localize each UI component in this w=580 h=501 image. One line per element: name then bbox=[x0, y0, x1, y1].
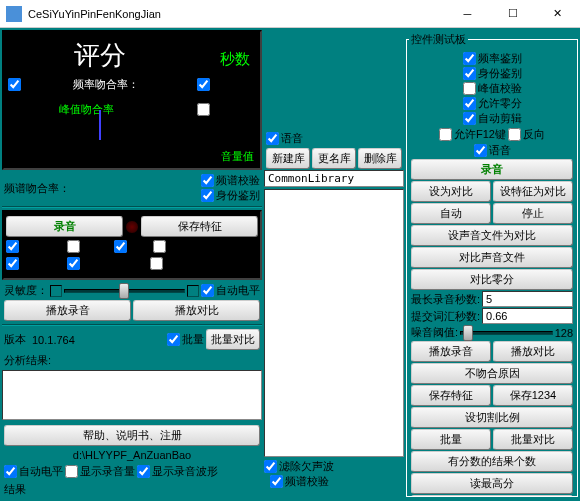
peak-check-checkbox[interactable]: 峰值校验 bbox=[197, 102, 256, 117]
test-board-fieldset: 控件测试板 频率鉴别 身份鉴别 峰值校验 允许零分 自动剪辑 允许F12键 反向… bbox=[406, 32, 578, 497]
tb-auto-trim-checkbox[interactable]: 自动剪辑 bbox=[463, 111, 522, 126]
tb-record-button[interactable]: 录音 bbox=[411, 159, 573, 180]
tb-cmp-snd-file-button[interactable]: 对比声音文件 bbox=[411, 247, 573, 268]
tb-no-match-reason-button[interactable]: 不吻合原因 bbox=[411, 363, 573, 384]
waveform-line bbox=[99, 110, 101, 140]
save-feature-button[interactable]: 保存特征 bbox=[141, 216, 258, 237]
bottom-show-vol-checkbox[interactable]: 显示录音量 bbox=[65, 464, 135, 479]
tb-noise-thresh-label: 噪音阈值: bbox=[411, 325, 458, 340]
rename-lib-button[interactable]: 更名库 bbox=[312, 148, 356, 169]
analysis-label: 分析结果: bbox=[2, 351, 262, 370]
titlebar-text: CeSiYuYinPinFenKongJian bbox=[28, 8, 445, 20]
batch-checkbox[interactable]: 批量 bbox=[167, 332, 204, 347]
tb-stop-button[interactable]: 停止 bbox=[493, 203, 573, 224]
play-record-button[interactable]: 播放录音 bbox=[4, 300, 131, 321]
right-column: 控件测试板 频率鉴别 身份鉴别 峰值校验 允许零分 自动剪辑 允许F12键 反向… bbox=[406, 30, 578, 499]
maximize-button[interactable]: ☐ bbox=[490, 0, 535, 28]
library-list[interactable] bbox=[264, 189, 404, 457]
sensitivity-right-icon[interactable] bbox=[187, 285, 199, 297]
tb-cmp-zero-button[interactable]: 对比零分 bbox=[411, 269, 573, 290]
bottom-auto-level-checkbox[interactable]: 自动电平 bbox=[4, 464, 63, 479]
tb-submit-sec-label: 提交词汇秒数: bbox=[411, 309, 480, 324]
version-label: 版本 bbox=[4, 332, 26, 347]
spectrum-match-label: 频谱吻合率： bbox=[4, 181, 70, 196]
spectrum-check-checkbox[interactable]: 频谱校验 bbox=[201, 173, 260, 188]
tb-max-rec-sec-label: 最长录音秒数: bbox=[411, 292, 480, 307]
batch-compare-button[interactable]: 批量对比 bbox=[206, 329, 260, 350]
show-wave-checkbox[interactable]: 显示录音波形 bbox=[67, 256, 148, 271]
auto-resp-checkbox[interactable]: 自动响应 bbox=[6, 256, 65, 271]
tb-set-cmp-button[interactable]: 设为对比 bbox=[411, 181, 491, 202]
tb-save-feat-button[interactable]: 保存特征 bbox=[411, 385, 491, 406]
tb-read-top-button[interactable]: 读最高分 bbox=[411, 473, 573, 494]
tb-freq-discrim-checkbox[interactable]: 频率鉴别 bbox=[463, 51, 522, 66]
tb-batch-cmp-button[interactable]: 批量对比 bbox=[493, 429, 573, 450]
peak-match-label: 峰值吻合率 bbox=[59, 102, 114, 117]
seconds-label: 秒数 bbox=[220, 50, 250, 69]
tb-peak-check-checkbox[interactable]: 峰值校验 bbox=[463, 81, 522, 96]
sensitivity-label: 灵敏度： bbox=[4, 283, 48, 298]
freq-discrim-checkbox[interactable]: 频率鉴别 bbox=[197, 77, 256, 92]
f12-checkbox[interactable]: F12键 bbox=[67, 239, 112, 254]
app-icon bbox=[6, 6, 22, 22]
virtual-wave-checkbox[interactable]: 虚欠声波 bbox=[150, 256, 209, 271]
tb-part-result-count-button[interactable]: 有分数的结果个数 bbox=[411, 451, 573, 472]
score-panel: 评分 秒数 允许零分 频率吻合率： 频率鉴别 峰值吻合率 峰值校验 音量值 bbox=[2, 30, 262, 170]
tb-reverse-checkbox[interactable]: 反向 bbox=[508, 127, 545, 142]
sensitivity-slider[interactable] bbox=[64, 289, 185, 293]
client-area: 评分 秒数 允许零分 频率吻合率： 频率鉴别 峰值吻合率 峰值校验 音量值 频谱… bbox=[0, 28, 580, 501]
tb-auto-button[interactable]: 自动 bbox=[411, 203, 491, 224]
tb-max-rec-sec-input[interactable] bbox=[482, 291, 573, 307]
auto-trim-checkbox[interactable]: 自动剪辑 bbox=[6, 239, 65, 254]
rec-panel: 录音 保存特征 自动剪辑 F12键 绘图 反向 自动响应 显示录音波形 虚欠声波 bbox=[2, 210, 262, 280]
tb-open-test-board-button[interactable]: 打开通用版测试面板 bbox=[411, 495, 573, 497]
identity-checkbox[interactable]: 身份鉴别 bbox=[201, 188, 260, 203]
tb-set-cut-ratio-button[interactable]: 设切割比例 bbox=[411, 407, 573, 428]
volume-label: 音量值 bbox=[221, 149, 254, 164]
bottom-show-wave-checkbox[interactable]: 显示录音波形 bbox=[137, 464, 218, 479]
freq-match-label: 频率吻合率： bbox=[73, 77, 139, 92]
tb-play-cmp-button[interactable]: 播放对比 bbox=[493, 341, 573, 362]
tb-save-1234-button[interactable]: 保存1234 bbox=[493, 385, 573, 406]
library-select[interactable]: CommonLibrary bbox=[264, 170, 404, 187]
record-button[interactable]: 录音 bbox=[6, 216, 123, 237]
close-button[interactable]: ✕ bbox=[535, 0, 580, 28]
tb-identity-checkbox[interactable]: 身份鉴别 bbox=[463, 66, 522, 81]
record-indicator-icon bbox=[125, 220, 139, 234]
version-value: 10.1.764 bbox=[32, 334, 75, 346]
minimize-button[interactable]: ─ bbox=[445, 0, 490, 28]
path-label: d:\HLYYPF_AnZuanBao bbox=[2, 447, 262, 463]
allow-zero-checkbox[interactable]: 允许零分 bbox=[8, 77, 67, 92]
auto-level-checkbox[interactable]: 自动电平 bbox=[201, 283, 260, 298]
test-board-title: 控件测试板 bbox=[409, 32, 468, 47]
help-button[interactable]: 帮助、说明书、注册 bbox=[4, 425, 260, 446]
tb-set-snd-file-cmp-button[interactable]: 设声音文件为对比 bbox=[411, 225, 573, 246]
result-label: 结果 bbox=[2, 480, 262, 499]
titlebar: CeSiYuYinPinFenKongJian ─ ☐ ✕ bbox=[0, 0, 580, 28]
new-lib-button[interactable]: 新建库 bbox=[266, 148, 310, 169]
tb-batch-button[interactable]: 批量 bbox=[411, 429, 491, 450]
tb-noise-thresh-val: 128 bbox=[555, 327, 573, 339]
reverse-checkbox[interactable]: 反向 bbox=[153, 239, 190, 254]
play-compare-button[interactable]: 播放对比 bbox=[133, 300, 260, 321]
score-label: 评分 bbox=[74, 38, 126, 73]
sensitivity-left-icon[interactable] bbox=[50, 285, 62, 297]
tb-set-feat-cmp-button[interactable]: 设特征为对比 bbox=[493, 181, 573, 202]
tb-allow-zero-checkbox[interactable]: 允许零分 bbox=[463, 96, 522, 111]
voice-checkbox[interactable]: 语音 bbox=[266, 131, 303, 146]
bottom-spectrum-check-checkbox[interactable]: 频谱校验 bbox=[270, 474, 404, 489]
draw-checkbox[interactable]: 绘图 bbox=[114, 239, 151, 254]
left-column: 评分 秒数 允许零分 频率吻合率： 频率鉴别 峰值吻合率 峰值校验 音量值 频谱… bbox=[2, 30, 262, 499]
tb-submit-sec-input[interactable] bbox=[482, 308, 573, 324]
tb-allow-f12-checkbox[interactable]: 允许F12键 bbox=[439, 127, 506, 142]
analysis-result-area[interactable] bbox=[2, 370, 262, 420]
tb-voice-checkbox[interactable]: 语音 bbox=[474, 143, 511, 158]
tb-play-rec-button[interactable]: 播放录音 bbox=[411, 341, 491, 362]
bottom-filter-ultra-checkbox[interactable]: 滤除欠声波 bbox=[264, 459, 404, 474]
middle-column: 语音 新建库 更名库 删除库 CommonLibrary 滤除欠声波 频谱校验 bbox=[264, 30, 404, 499]
tb-noise-slider[interactable] bbox=[460, 331, 553, 335]
delete-lib-button[interactable]: 删除库 bbox=[358, 148, 402, 169]
